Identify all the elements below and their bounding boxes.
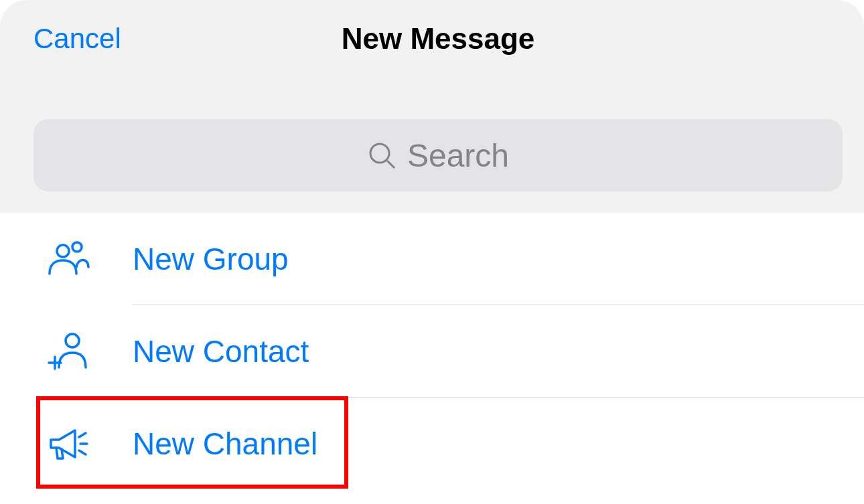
add-contact-icon — [46, 328, 92, 375]
new-group-button[interactable]: New Group — [0, 213, 864, 305]
svg-point-0 — [370, 144, 389, 163]
header-top: Cancel New Message — [33, 19, 843, 59]
svg-point-2 — [57, 245, 69, 257]
search-placeholder: Search — [407, 137, 509, 174]
svg-point-4 — [66, 334, 79, 347]
svg-line-9 — [79, 450, 86, 454]
new-channel-button[interactable]: New Channel — [0, 398, 864, 490]
search-input[interactable]: Search — [33, 119, 843, 191]
search-container: Search — [33, 119, 843, 191]
svg-line-1 — [387, 161, 394, 168]
new-contact-button[interactable]: New Contact — [0, 305, 864, 398]
option-label: New Contact — [133, 333, 309, 369]
options-list: New Group New Contact New Channel — [0, 213, 864, 490]
option-label: New Group — [133, 241, 289, 277]
svg-line-8 — [79, 433, 86, 437]
cancel-button[interactable]: Cancel — [33, 23, 121, 55]
svg-point-3 — [72, 242, 82, 252]
page-title: New Message — [342, 22, 535, 56]
header: Cancel New Message Search — [0, 0, 864, 213]
search-icon — [367, 141, 397, 170]
group-icon — [46, 236, 92, 282]
option-label: New Channel — [133, 426, 317, 462]
megaphone-icon — [46, 420, 92, 467]
